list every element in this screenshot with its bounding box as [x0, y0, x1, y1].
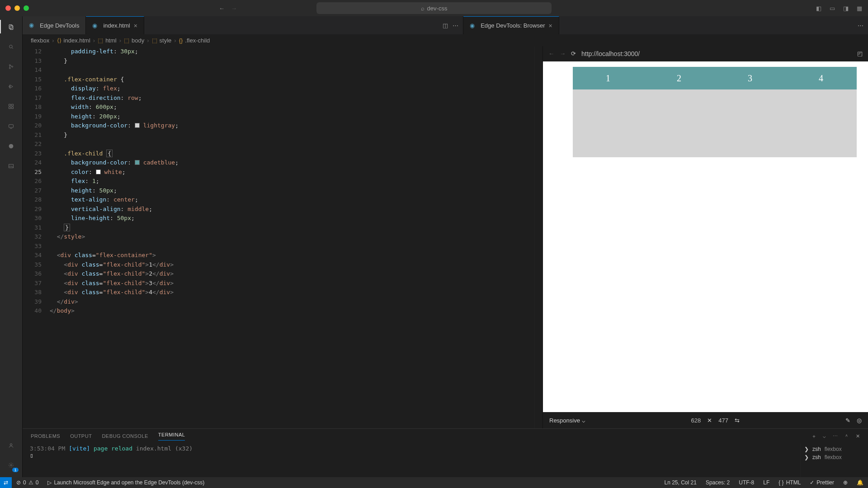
- split-editor-icon[interactable]: ◫: [443, 22, 448, 29]
- browser-viewport[interactable]: 1234: [543, 61, 868, 412]
- breadcrumb-item[interactable]: {}.flex-child: [179, 37, 210, 44]
- settings-gear-icon[interactable]: 1: [5, 459, 17, 471]
- layout-customize-icon[interactable]: ▦: [855, 4, 863, 12]
- feedback-icon[interactable]: ⊕: [839, 479, 852, 486]
- prettier-status[interactable]: ✓ Prettier: [805, 479, 839, 486]
- more-actions-icon[interactable]: ⋯: [858, 22, 863, 29]
- magic-wand-icon[interactable]: ✎: [845, 417, 850, 424]
- breadcrumb-item[interactable]: ⬚html: [98, 37, 117, 44]
- browser-forward-icon[interactable]: →: [560, 50, 566, 57]
- svg-rect-11: [12, 107, 14, 108]
- svg-point-4: [9, 64, 10, 66]
- close-tab-icon[interactable]: ×: [549, 22, 552, 29]
- window-controls: [0, 5, 29, 11]
- browser-back-icon[interactable]: ←: [548, 50, 554, 57]
- debug-hint-icon: ▷: [47, 479, 52, 486]
- breadcrumb-item[interactable]: ⬚body: [124, 37, 144, 44]
- layout-panel-icon[interactable]: ▭: [828, 4, 836, 12]
- svg-rect-9: [9, 104, 11, 106]
- browser-reload-icon[interactable]: ⟳: [571, 50, 576, 57]
- new-terminal-icon[interactable]: ＋: [811, 433, 817, 440]
- svg-point-17: [10, 443, 12, 445]
- workspace-name: dev-css: [427, 5, 448, 12]
- viewport-width[interactable]: 628: [691, 417, 701, 424]
- remote-indicator[interactable]: ⇄: [0, 477, 12, 488]
- remote-explorer-icon[interactable]: [5, 120, 17, 132]
- terminal-dropdown-icon[interactable]: ⌵: [823, 433, 826, 439]
- panel-tab[interactable]: OUTPUT: [70, 433, 92, 439]
- problems-status[interactable]: ⊘0 ⚠0: [12, 479, 43, 486]
- extensions-icon[interactable]: [5, 100, 17, 112]
- code-content[interactable]: padding-left: 30px; } .flex-container { …: [50, 46, 534, 428]
- encoding-status[interactable]: UTF-8: [734, 479, 759, 486]
- bottom-panel: PROBLEMSOUTPUTDEBUG CONSOLETERMINAL ＋ ⌵ …: [23, 428, 868, 477]
- svg-rect-13: [9, 124, 14, 127]
- titlebar: ← → ⌕ dev-css ◧ ▭ ◨ ▦: [0, 0, 868, 16]
- breadcrumb-item[interactable]: ⬚style: [152, 37, 172, 44]
- breadcrumb-item[interactable]: ⟨⟩index.html: [57, 37, 90, 44]
- panel-tab[interactable]: PROBLEMS: [31, 433, 60, 439]
- nav-forward-icon[interactable]: →: [231, 5, 237, 12]
- tab[interactable]: ◉Edge DevTools: Browser×: [463, 16, 559, 34]
- rotate-icon[interactable]: ⇆: [735, 417, 740, 424]
- dims-x: ✕: [707, 417, 712, 424]
- panel-maximize-icon[interactable]: ＾: [844, 433, 849, 440]
- terminal-entry[interactable]: ❯zsh flexbox: [804, 445, 864, 453]
- viewport-height[interactable]: 477: [718, 417, 728, 424]
- zoom-window[interactable]: [24, 5, 29, 11]
- target-icon[interactable]: ◎: [857, 417, 862, 424]
- terminal-shell-icon: ❯: [804, 446, 809, 452]
- panel-tab[interactable]: DEBUG CONSOLE: [102, 433, 148, 439]
- close-window[interactable]: [5, 5, 11, 11]
- bell-icon[interactable]: 🔔: [852, 479, 868, 486]
- run-debug-icon[interactable]: [5, 80, 17, 92]
- explorer-icon[interactable]: [5, 21, 17, 33]
- url-bar[interactable]: http://localhost:3000/: [581, 50, 852, 57]
- search-activity-icon[interactable]: [5, 41, 17, 52]
- source-control-icon[interactable]: [5, 61, 17, 72]
- svg-rect-1: [10, 25, 13, 29]
- language-mode[interactable]: { } HTML: [774, 479, 805, 486]
- indent-status[interactable]: Spaces: 2: [701, 479, 734, 486]
- editor-tabs: ◉Edge DevTools◉index.html× ◫ ⋯ ◉Edge Dev…: [23, 16, 868, 34]
- account-icon[interactable]: [5, 439, 17, 451]
- svg-point-18: [10, 464, 12, 465]
- preview-flex-child: 4: [786, 67, 857, 89]
- edge-icon[interactable]: [5, 140, 17, 152]
- svg-line-3: [12, 47, 13, 48]
- terminal-entry[interactable]: ❯zsh flexbox: [804, 453, 864, 461]
- more-actions-icon[interactable]: ⋯: [453, 22, 458, 29]
- image-icon[interactable]: [5, 160, 17, 172]
- inspect-icon[interactable]: ◰: [857, 50, 863, 57]
- svg-rect-10: [9, 107, 11, 108]
- minimap[interactable]: [534, 46, 542, 428]
- status-bar: ⇄ ⊘0 ⚠0 ▷ Launch Microsoft Edge and open…: [0, 477, 868, 488]
- terminal-output[interactable]: 3:53:04 PM [vite] page reload index.html…: [23, 443, 800, 477]
- cursor-position[interactable]: Ln 25, Col 21: [660, 479, 701, 486]
- breadcrumb-item[interactable]: flexbox: [31, 37, 49, 44]
- edge-tab-icon: ◉: [29, 22, 36, 29]
- close-tab-icon[interactable]: ×: [134, 22, 137, 29]
- breadcrumb[interactable]: flexbox›⟨⟩index.html›⬚html›⬚body›⬚style›…: [23, 34, 868, 46]
- panel-close-icon[interactable]: ✕: [856, 433, 860, 439]
- command-center[interactable]: ⌕ dev-css: [316, 2, 552, 14]
- tab[interactable]: ◉Edge DevTools: [23, 16, 86, 34]
- layout-sidebar-left-icon[interactable]: ◧: [815, 4, 823, 12]
- line-gutter: 1213141516171819202122232425262728293031…: [23, 46, 50, 428]
- terminal-list: ❯zsh flexbox❯zsh flexbox: [800, 443, 868, 477]
- panel-tab[interactable]: TERMINAL: [158, 432, 185, 441]
- launch-hint[interactable]: ▷ Launch Microsoft Edge and open the Edg…: [43, 479, 209, 486]
- tab[interactable]: ◉index.html×: [86, 16, 144, 34]
- nav-back-icon[interactable]: ←: [219, 5, 225, 12]
- edge-tab-icon: ◉: [92, 22, 99, 29]
- svg-rect-16: [9, 164, 14, 168]
- minimize-window[interactable]: [14, 5, 20, 11]
- panel-more-icon[interactable]: ⋯: [833, 433, 838, 439]
- svg-point-8: [9, 85, 10, 87]
- activity-bar: 1: [0, 16, 23, 477]
- eol-status[interactable]: LF: [759, 479, 774, 486]
- layout-sidebar-right-icon[interactable]: ◨: [842, 4, 850, 12]
- code-editor[interactable]: 1213141516171819202122232425262728293031…: [23, 46, 542, 428]
- preview-flex-child: 3: [715, 67, 786, 89]
- device-select[interactable]: Responsive ⌵: [549, 417, 585, 424]
